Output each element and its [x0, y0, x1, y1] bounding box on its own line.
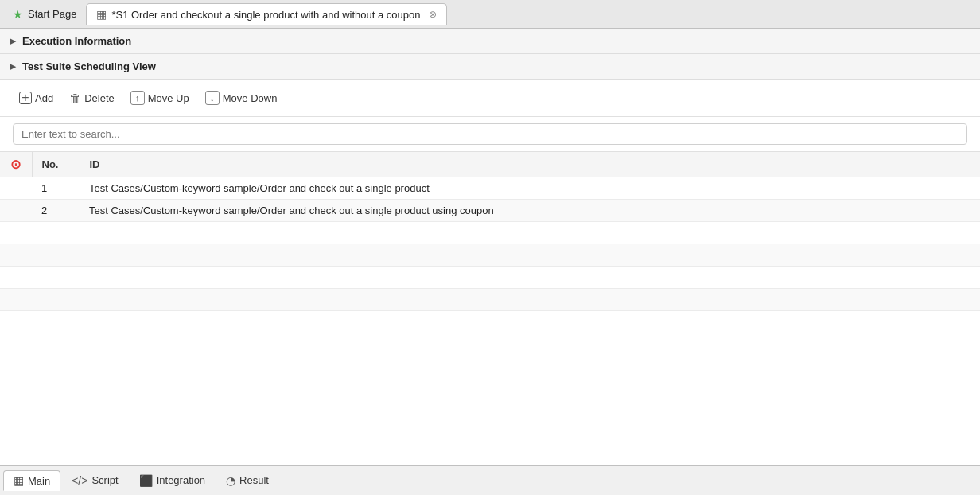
search-input[interactable]	[13, 123, 967, 145]
main-content: ▶ Execution Information ▶ Test Suite Sch…	[0, 29, 980, 465]
table-header-row: ⊙ No. ID	[0, 152, 980, 177]
move-down-icon: ↓	[205, 91, 220, 105]
integration-tab-label: Integration	[157, 474, 205, 486]
cell-warning-0	[0, 177, 32, 200]
move-up-icon: ↑	[130, 91, 145, 105]
col-header-no: No.	[32, 152, 80, 177]
table-row-empty	[0, 289, 980, 311]
cell-warning-1	[0, 200, 32, 222]
main-tab-label: Main	[28, 475, 50, 487]
cell-no-1: 2	[32, 200, 80, 222]
col-header-id: ID	[80, 152, 980, 177]
add-label: Add	[35, 92, 53, 104]
table-row-empty	[0, 244, 980, 267]
move-up-button[interactable]: ↑ Move Up	[124, 88, 196, 108]
test-suite-tab-label: *S1 Order and checkout a single product …	[111, 9, 420, 21]
result-tab-icon: ◔	[226, 474, 235, 487]
table-container: ⊙ No. ID 1 Test Cases/Custom-keyword sam…	[0, 152, 980, 465]
move-down-button[interactable]: ↓ Move Down	[199, 88, 284, 108]
collapse-arrow-scheduling: ▶	[10, 62, 16, 71]
move-down-label: Move Down	[223, 92, 278, 104]
start-page-tab-label: Start Page	[28, 8, 76, 20]
tab-result[interactable]: ◔ Result	[216, 471, 278, 490]
tab-start-page[interactable]: ★ Start Page	[3, 3, 86, 25]
tab-main[interactable]: ▦ Main	[3, 470, 60, 491]
tab-integration[interactable]: ⬛ Integration	[130, 471, 215, 490]
table-row-empty	[0, 222, 980, 244]
star-icon: ★	[13, 8, 23, 21]
result-tab-label: Result	[239, 474, 269, 486]
cell-id-0: Test Cases/Custom-keyword sample/Order a…	[80, 177, 980, 200]
table-row[interactable]: 1 Test Cases/Custom-keyword sample/Order…	[0, 177, 980, 200]
collapse-arrow-execution: ▶	[10, 37, 16, 45]
tab-script[interactable]: </> Script	[62, 471, 127, 490]
top-tab-bar: ★ Start Page ▦ *S1 Order and checkout a …	[0, 0, 980, 29]
cell-no-0: 1	[32, 177, 80, 200]
test-suite-scheduling-label: Test Suite Scheduling View	[22, 60, 156, 72]
test-cases-table: ⊙ No. ID 1 Test Cases/Custom-keyword sam…	[0, 152, 980, 311]
main-tab-icon: ▦	[14, 474, 24, 487]
grid-icon: ▦	[96, 8, 107, 21]
add-button[interactable]: + Add	[13, 88, 60, 107]
close-icon[interactable]: ⊗	[429, 9, 437, 20]
test-suite-scheduling-section[interactable]: ▶ Test Suite Scheduling View	[0, 54, 980, 80]
table-row-empty	[0, 267, 980, 289]
warning-header-icon: ⊙	[10, 158, 21, 171]
col-header-warning: ⊙	[0, 152, 32, 177]
bottom-tab-bar: ▦ Main </> Script ⬛ Integration ◔ Result	[0, 465, 980, 495]
script-tab-label: Script	[91, 474, 118, 486]
add-icon: +	[19, 92, 32, 104]
table-row[interactable]: 2 Test Cases/Custom-keyword sample/Order…	[0, 200, 980, 222]
execution-information-section[interactable]: ▶ Execution Information	[0, 29, 980, 54]
cell-id-1: Test Cases/Custom-keyword sample/Order a…	[80, 200, 980, 222]
execution-information-label: Execution Information	[22, 35, 131, 47]
search-bar-container	[0, 117, 980, 152]
delete-label: Delete	[84, 92, 115, 104]
integration-tab-icon: ⬛	[139, 474, 153, 487]
trash-icon: 🗑	[69, 92, 81, 105]
move-up-label: Move Up	[148, 92, 189, 104]
delete-button[interactable]: 🗑 Delete	[63, 88, 121, 108]
script-tab-icon: </>	[72, 474, 88, 487]
toolbar: + Add 🗑 Delete ↑ Move Up ↓ Move Down	[0, 80, 980, 117]
tab-test-suite[interactable]: ▦ *S1 Order and checkout a single produc…	[86, 3, 446, 25]
